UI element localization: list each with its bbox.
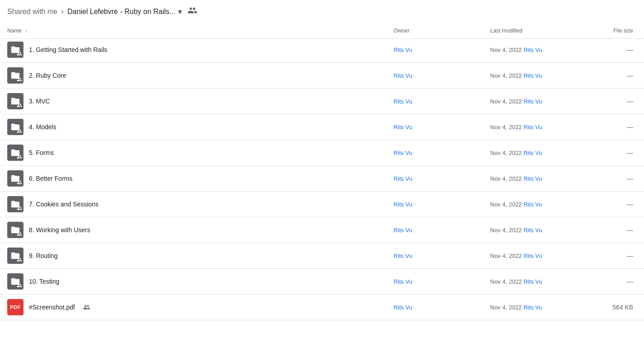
file-name: 5. Forms	[29, 149, 54, 156]
modified-cell: Nov 4, 2022 Rits Vu	[490, 124, 542, 131]
file-name: 10. Testing	[29, 278, 59, 285]
modified-cell: Nov 4, 2022 Rits Vu	[490, 278, 542, 285]
owner-link[interactable]: Rits Vu	[394, 150, 412, 156]
modified-cell: Nov 4, 2022 Rits Vu	[490, 201, 542, 208]
sort-arrow-icon: ↑	[25, 28, 28, 33]
modified-cell: Nov 4, 2022 Rits Vu	[490, 150, 542, 156]
folder-icon	[7, 145, 23, 161]
owner-column-header[interactable]: Owner	[387, 23, 483, 39]
breadcrumb-separator: ›	[61, 7, 64, 16]
table-header-row: Name ↑ Owner Last modified File size	[0, 23, 644, 39]
file-size-cell: —	[599, 140, 644, 166]
chevron-down-icon[interactable]: ▾	[178, 8, 182, 16]
table-row[interactable]: 4. Models Rits VuNov 4, 2022 Rits Vu—	[0, 114, 644, 140]
table-row[interactable]: 7. Cookies and Sessions Rits VuNov 4, 20…	[0, 192, 644, 217]
file-name: 8. Working with Users	[29, 226, 90, 234]
folder-icon	[7, 170, 23, 187]
shared-badge-icon	[83, 304, 90, 311]
owner-link[interactable]: Rits Vu	[394, 124, 412, 131]
file-size-cell: —	[599, 243, 644, 269]
file-size-cell: —	[599, 114, 644, 140]
pdf-icon: PDF	[7, 299, 23, 315]
file-size-cell: —	[599, 166, 644, 192]
owner-link[interactable]: Rits Vu	[394, 253, 412, 259]
last-modified-column-header[interactable]: Last modified	[483, 23, 599, 39]
folder-icon	[7, 273, 23, 290]
name-column-header[interactable]: Name ↑	[0, 23, 387, 39]
file-name: 9. Routing	[29, 252, 58, 259]
folder-icon	[7, 119, 23, 135]
file-name: 2. Ruby Core	[29, 72, 66, 79]
modified-cell: Nov 4, 2022 Rits Vu	[490, 175, 542, 182]
table-row[interactable]: 1. Getting Started with Rails Rits VuNov…	[0, 39, 644, 63]
folder-icon	[7, 93, 23, 109]
owner-link[interactable]: Rits Vu	[394, 47, 412, 53]
folder-icon	[7, 42, 23, 58]
table-row[interactable]: 5. Forms Rits VuNov 4, 2022 Rits Vu—	[0, 140, 644, 166]
file-name: 6. Better Forms	[29, 175, 72, 182]
file-size-cell: —	[599, 63, 644, 89]
folder-icon	[7, 67, 23, 84]
breadcrumb: Shared with me › Daniel Lefebvre - Ruby …	[0, 0, 644, 23]
modified-cell: Nov 4, 2022 Rits Vu	[490, 72, 542, 79]
file-name: #Screenshot.pdf	[29, 304, 75, 311]
owner-link[interactable]: Rits Vu	[394, 98, 412, 105]
table-row[interactable]: 9. Routing Rits VuNov 4, 2022 Rits Vu—	[0, 243, 644, 269]
table-row[interactable]: PDF #Screenshot.pdf Rits VuNov 4, 2022 R…	[0, 295, 644, 320]
file-size-cell: 564 KB	[599, 295, 644, 320]
file-name: 3. MVC	[29, 98, 50, 105]
folder-icon	[7, 196, 23, 212]
file-size-cell: —	[599, 39, 644, 63]
owner-link[interactable]: Rits Vu	[394, 201, 412, 208]
file-name: 4. Models	[29, 123, 56, 131]
shared-with-me-link[interactable]: Shared with me	[7, 8, 57, 16]
owner-link[interactable]: Rits Vu	[394, 72, 412, 79]
owner-link[interactable]: Rits Vu	[394, 304, 412, 311]
table-row[interactable]: 2. Ruby Core Rits VuNov 4, 2022 Rits Vu—	[0, 63, 644, 89]
modified-cell: Nov 4, 2022 Rits Vu	[490, 47, 542, 53]
file-name: 1. Getting Started with Rails	[29, 46, 107, 53]
modified-cell: Nov 4, 2022 Rits Vu	[490, 98, 542, 105]
people-icon[interactable]	[187, 5, 197, 18]
owner-link[interactable]: Rits Vu	[394, 227, 412, 234]
table-row[interactable]: 3. MVC Rits VuNov 4, 2022 Rits Vu—	[0, 89, 644, 114]
file-table: Name ↑ Owner Last modified File size 1.	[0, 23, 644, 320]
table-row[interactable]: 6. Better Forms Rits VuNov 4, 2022 Rits …	[0, 166, 644, 192]
table-row[interactable]: 10. Testing Rits VuNov 4, 2022 Rits Vu—	[0, 269, 644, 295]
owner-link[interactable]: Rits Vu	[394, 278, 412, 285]
current-folder-breadcrumb: Daniel Lefebvre - Ruby on Rails... ▾	[67, 8, 182, 16]
file-size-cell: —	[599, 192, 644, 217]
modified-cell: Nov 4, 2022 Rits Vu	[490, 253, 542, 259]
modified-cell: Nov 4, 2022 Rits Vu	[490, 227, 542, 234]
table-row[interactable]: 8. Working with Users Rits VuNov 4, 2022…	[0, 217, 644, 243]
current-folder-name: Daniel Lefebvre - Ruby on Rails...	[67, 8, 175, 16]
folder-icon	[7, 248, 23, 264]
file-size-column-header[interactable]: File size	[599, 23, 644, 39]
file-name: 7. Cookies and Sessions	[29, 201, 98, 208]
owner-link[interactable]: Rits Vu	[394, 175, 412, 182]
modified-cell: Nov 4, 2022 Rits Vu	[490, 304, 542, 311]
folder-icon	[7, 222, 23, 238]
file-size-cell: —	[599, 217, 644, 243]
file-size-cell: —	[599, 269, 644, 295]
file-size-cell: —	[599, 89, 644, 114]
